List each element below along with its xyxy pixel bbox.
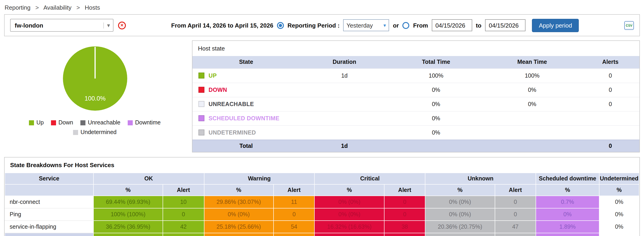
alerts-cell: 0 bbox=[581, 97, 640, 111]
ok-alert-cell: 52 bbox=[163, 233, 204, 236]
reporting-period-label: Reporting Period : bbox=[288, 22, 340, 29]
critical-alert-cell: 38 bbox=[384, 220, 425, 233]
subcol-unknown-alert: Alert bbox=[495, 184, 536, 196]
host-state-row-scheduled-downtime: SCHEDULED DOWNTIME 0% bbox=[192, 111, 640, 125]
critical-pct-cell: 16.32% (16.63%) bbox=[315, 220, 384, 233]
state-swatch bbox=[198, 72, 204, 78]
undetermined-pct-cell: 0% bbox=[599, 233, 639, 236]
subcol-undetermined-pct: % bbox=[599, 184, 639, 196]
warning-alert-cell: 65 bbox=[274, 233, 315, 236]
total-time-cell bbox=[389, 140, 483, 152]
csv-icon-label: CSV bbox=[626, 24, 633, 27]
total-mean-time-cell bbox=[483, 140, 581, 152]
state-breakdowns-panel: State Breakdowns For Host Services Servi… bbox=[4, 157, 640, 236]
unknown-pct-cell: 20.36% (20.75%) bbox=[425, 220, 495, 233]
ok-pct-cell: 100% (100%) bbox=[93, 208, 163, 220]
unknown-pct-cell: 6.79% (6.92%) bbox=[425, 233, 495, 236]
state-breakdowns-table: Service OK Warning Critical Unknown Sche… bbox=[4, 173, 640, 236]
legend-item-undetermined: Undetermined bbox=[73, 129, 116, 136]
from-label: From bbox=[413, 22, 428, 29]
subcol-ok-pct: % bbox=[93, 184, 163, 196]
breakdown-subheader-row: % Alert % Alert % Alert % Alert % % bbox=[5, 184, 639, 196]
legend-swatch-downtime bbox=[128, 120, 133, 125]
legend-swatch-up bbox=[29, 120, 34, 125]
total-time-cell: 0% bbox=[389, 111, 483, 125]
total-time-cell: 0% bbox=[389, 83, 483, 97]
unknown-pct-cell: 0% (0%) bbox=[425, 208, 495, 220]
pie-legend: Up Down Unreachable Downtime Undetermine… bbox=[17, 120, 173, 136]
col-total-time: Total Time bbox=[389, 56, 483, 68]
host-select[interactable]: fw-london ▾ bbox=[10, 19, 114, 32]
warning-alert-cell: 0 bbox=[274, 208, 315, 220]
legend-item-downtime: Downtime bbox=[128, 120, 160, 126]
total-duration-cell: 1d bbox=[300, 140, 389, 152]
downtime-pct-cell: 0% bbox=[536, 208, 599, 220]
subcol-unknown-pct: % bbox=[425, 184, 495, 196]
state-swatch bbox=[198, 130, 204, 136]
breadcrumb-reporting[interactable]: Reporting bbox=[4, 4, 30, 11]
legend-item-unreachable: Unreachable bbox=[80, 120, 120, 126]
duration-cell bbox=[300, 83, 389, 97]
subcol-downtime-pct: % bbox=[536, 184, 599, 196]
to-date-input[interactable] bbox=[485, 19, 526, 31]
state-label: SCHEDULED DOWNTIME bbox=[208, 115, 280, 122]
warning-pct-cell: 29.86% (30.07%) bbox=[204, 196, 274, 208]
reporting-period-select[interactable]: Yesterday ▾ bbox=[343, 19, 389, 31]
critical-pct-cell: 0% (0%) bbox=[315, 196, 384, 208]
legend-label-up: Up bbox=[36, 120, 44, 126]
apply-period-button[interactable]: Apply period bbox=[532, 18, 579, 32]
subcol-critical-pct: % bbox=[315, 184, 384, 196]
toolbar: fw-london ▾ ✕ From April 14, 2026 to Apr… bbox=[4, 14, 640, 36]
availability-pie-block: 100.0% Up Down Unreachable Downtime bbox=[4, 40, 186, 136]
service-name-cell: nbr-connect bbox=[5, 196, 93, 208]
duration-cell bbox=[300, 125, 389, 140]
legend-swatch-down bbox=[51, 120, 56, 125]
col-critical: Critical bbox=[315, 173, 425, 184]
csv-export-icon[interactable]: CSV bbox=[624, 21, 634, 30]
breakdown-row: service-in-flapping 36.25% (36.95%) 42 2… bbox=[5, 220, 639, 233]
downtime-pct-cell: 0.7% bbox=[536, 196, 599, 208]
critical-alert-cell: 38 bbox=[384, 233, 425, 236]
state-breakdowns-title: State Breakdowns For Host Services bbox=[4, 158, 640, 173]
col-scheduled-downtime: Scheduled downtime bbox=[536, 173, 599, 184]
duration-cell bbox=[300, 97, 389, 111]
state-cell: SCHEDULED DOWNTIME bbox=[192, 111, 300, 125]
mean-time-cell bbox=[483, 125, 581, 140]
ok-alert-cell: 42 bbox=[163, 220, 204, 233]
subcol-ok-alert: Alert bbox=[163, 184, 204, 196]
from-date-input[interactable] bbox=[432, 19, 472, 31]
breadcrumb-hosts[interactable]: Hosts bbox=[85, 4, 100, 11]
duration-cell bbox=[300, 111, 389, 125]
reporting-period-value: Yesterday bbox=[346, 22, 373, 29]
subcol-blank bbox=[5, 184, 93, 196]
mean-time-cell: 0% bbox=[483, 97, 581, 111]
breakdown-row: Ping 100% (100%) 0 0% (0%) 0 0% (0%) 0 0… bbox=[5, 208, 639, 220]
ok-pct-cell: 36.25% (36.95%) bbox=[93, 220, 163, 233]
host-state-total-row: Total 1d 0 bbox=[192, 140, 640, 152]
col-warning: Warning bbox=[204, 173, 315, 184]
clear-host-selection-icon[interactable]: ✕ bbox=[118, 21, 126, 29]
col-ok: OK bbox=[93, 173, 204, 184]
undetermined-pct-cell: 0% bbox=[599, 196, 639, 208]
host-state-panel: Host state State Duration Total Time Mea… bbox=[192, 40, 640, 152]
host-select-value: fw-london bbox=[15, 22, 43, 29]
breadcrumb: Reporting > Availability > Hosts bbox=[0, 0, 644, 14]
state-cell: UNREACHABLE bbox=[192, 97, 300, 111]
state-label: UP bbox=[208, 72, 217, 79]
to-label: to bbox=[476, 22, 482, 29]
legend-item-down: Down bbox=[51, 120, 73, 126]
alerts-cell bbox=[581, 111, 640, 125]
warning-alert-cell: 54 bbox=[274, 220, 315, 233]
reporting-period-radio[interactable] bbox=[277, 22, 284, 29]
host-state-row-up: UP 1d 100% 100% 0 bbox=[192, 68, 640, 83]
breakdown-average-row: Average 68.56% (68.96%) 52 18.35% (18.58… bbox=[5, 233, 639, 236]
state-swatch bbox=[198, 87, 204, 93]
state-label: UNDETERMINED bbox=[208, 129, 256, 136]
breadcrumb-availability[interactable]: Availability bbox=[44, 4, 72, 11]
alerts-cell: 0 bbox=[581, 83, 640, 97]
unknown-alert-cell: 47 bbox=[495, 233, 536, 236]
critical-alert-cell: 0 bbox=[384, 196, 425, 208]
legend-swatch-unreachable bbox=[80, 120, 86, 125]
custom-range-radio[interactable] bbox=[402, 22, 410, 29]
col-undetermined: Undetermined bbox=[599, 173, 639, 184]
